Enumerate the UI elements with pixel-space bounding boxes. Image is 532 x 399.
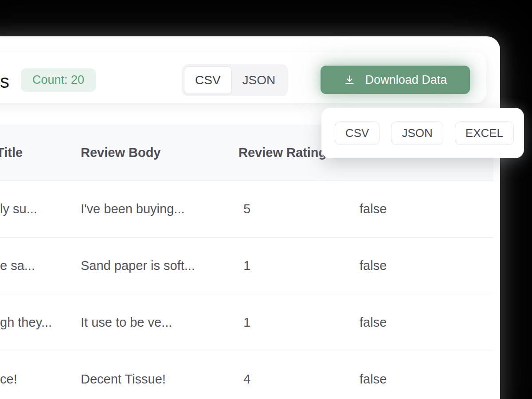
cell-review-rating: 1 xyxy=(243,238,250,294)
menu-option-json[interactable]: JSON xyxy=(391,121,443,145)
download-button-label: Download Data xyxy=(365,73,447,87)
table-row[interactable]: ce! Decent Tissue! 4 false xyxy=(0,351,493,399)
table-body: ly su... I've been buying... 5 false e s… xyxy=(0,181,493,399)
cell-review-title: gh they... xyxy=(0,294,52,351)
column-header-review-title: Title xyxy=(0,125,23,181)
page-title: s xyxy=(0,71,9,92)
cell-review-title: ce! xyxy=(0,351,17,399)
cell-verified: false xyxy=(360,351,387,399)
cell-review-rating: 5 xyxy=(243,181,250,237)
column-header-review-rating: Review Rating xyxy=(239,125,326,181)
cell-verified: false xyxy=(360,238,387,294)
menu-option-csv[interactable]: CSV xyxy=(335,121,379,145)
table-row[interactable]: gh they... It use to be ve... 1 false xyxy=(0,294,493,351)
table-row[interactable]: ly su... I've been buying... 5 false xyxy=(0,181,493,238)
cell-review-body: Sand paper is soft... xyxy=(81,238,195,294)
count-badge: Count: 20 xyxy=(21,68,96,92)
menu-option-excel[interactable]: EXCEL xyxy=(455,121,514,145)
cell-review-body: It use to be ve... xyxy=(81,294,172,351)
cell-verified: false xyxy=(360,294,387,351)
cell-review-rating: 1 xyxy=(243,294,250,351)
toggle-option-json[interactable]: JSON xyxy=(232,66,286,94)
format-toggle: CSV JSON xyxy=(182,64,288,96)
cell-review-rating: 4 xyxy=(243,351,250,399)
cell-review-title: e sa... xyxy=(0,238,35,294)
cell-review-body: I've been buying... xyxy=(81,181,184,237)
cell-review-body: Decent Tissue! xyxy=(81,351,166,399)
cell-verified: false xyxy=(360,181,387,237)
download-icon xyxy=(344,74,356,86)
table-row[interactable]: e sa... Sand paper is soft... 1 false xyxy=(0,238,493,294)
column-header-review-body: Review Body xyxy=(81,125,161,181)
toggle-option-csv[interactable]: CSV xyxy=(184,66,232,94)
download-format-menu: CSV JSON EXCEL xyxy=(321,108,524,158)
cell-review-title: ly su... xyxy=(0,181,37,237)
download-data-button[interactable]: Download Data xyxy=(321,66,470,94)
